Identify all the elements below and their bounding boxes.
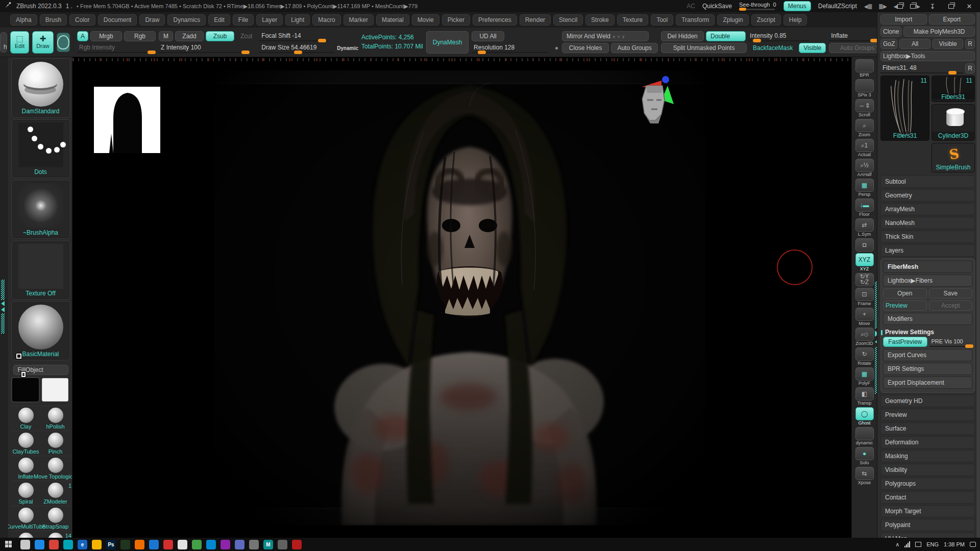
menu-item[interactable]: Color: [69, 14, 95, 26]
ud-all-button[interactable]: UD All: [472, 31, 504, 41]
quick-brush-left[interactable]: Clay: [12, 408, 40, 430]
del-hidden-button[interactable]: Del Hidden: [661, 31, 704, 41]
palette-section[interactable]: Subtool: [880, 176, 975, 188]
palette-section[interactable]: Polypaint: [880, 519, 975, 531]
goz-r-button[interactable]: R: [965, 39, 975, 49]
quick-brush-left[interactable]: ClayTubes: [12, 433, 40, 455]
palette-section[interactable]: ArrayMesh: [880, 203, 975, 215]
make-polymesh3d-button[interactable]: Make PolyMesh3D: [903, 27, 975, 37]
rgb-intensity-slider[interactable]: Rgb Intensity: [77, 43, 154, 53]
rgb-button[interactable]: Rgb: [124, 31, 156, 41]
quick-brush-left[interactable]: IMM Primitives: [12, 533, 40, 538]
clock[interactable]: 1:38 PM: [944, 541, 965, 547]
hue-cursor[interactable]: [21, 372, 26, 377]
taskbar-app-icon[interactable]: M: [263, 540, 273, 549]
secondary-color-swatch[interactable]: [42, 378, 68, 402]
menu-item[interactable]: Document: [98, 14, 137, 26]
restore-button[interactable]: [945, 3, 957, 10]
menus-button[interactable]: Menus: [783, 1, 811, 11]
export-displacement-section[interactable]: Export Displacement: [883, 377, 972, 389]
current-brush-button[interactable]: DamStandard: [12, 59, 69, 117]
palette-section[interactable]: NanoMesh: [880, 217, 975, 229]
current-stroke-button[interactable]: Dots: [12, 120, 69, 178]
auto-groups-button[interactable]: Auto Groups: [611, 43, 658, 53]
quick-brush-right[interactable]: Move Topological: [41, 458, 69, 480]
export-curves-section[interactable]: Export Curves: [883, 349, 972, 361]
taskbar-app-icon[interactable]: [49, 540, 59, 549]
tool-import-button[interactable]: Import: [880, 14, 927, 24]
panels-right-icon[interactable]: ▶: [910, 4, 920, 9]
palette-section[interactable]: Deformation: [880, 436, 975, 448]
tool-r-button[interactable]: R: [965, 63, 975, 73]
right-shelf-button[interactable]: ◘: [853, 238, 876, 252]
visible-button[interactable]: Visible: [799, 43, 826, 53]
right-shelf-button[interactable]: ▦ PolyF: [853, 367, 876, 386]
right-shelf-button[interactable]: SPix 3: [853, 79, 876, 97]
tray-expand-icon[interactable]: ∧: [895, 541, 899, 548]
right-shelf-button[interactable]: dynamic: [853, 427, 876, 445]
right-shelf-button[interactable]: ⌕ Zoom: [853, 119, 876, 137]
left-divider-handle[interactable]: [1, 280, 5, 334]
right-shelf-button[interactable]: ⇄ L.Sym: [853, 218, 876, 237]
menu-item[interactable]: Preferences: [473, 14, 517, 26]
right-shelf-button[interactable]: + Move: [853, 308, 876, 326]
zcut-button[interactable]: Zcut: [236, 32, 256, 41]
right-shelf-button[interactable]: ▦ Persp: [853, 179, 876, 197]
quick-brush-right[interactable]: hPolish: [41, 408, 69, 430]
taskbar-app-icon[interactable]: [135, 540, 144, 549]
backface-mask-button[interactable]: BackfaceMask: [749, 43, 797, 53]
right-shelf-button[interactable]: ⇔⇕ Scroll: [853, 99, 876, 117]
taskbar-app-icon[interactable]: [292, 540, 302, 549]
canvas[interactable]: [72, 57, 851, 538]
menu-item[interactable]: Layer: [256, 14, 283, 26]
focal-shift-slider[interactable]: Focal Shift -14: [259, 31, 329, 41]
minimize-button[interactable]: ↧: [927, 3, 938, 10]
menu-item[interactable]: Transform: [676, 14, 715, 26]
right-shelf-button[interactable]: ● Solo: [853, 447, 876, 465]
menu-item[interactable]: Movie: [412, 14, 439, 26]
right-shelf-button[interactable]: ⌕1 Actual: [853, 139, 876, 157]
palette-section[interactable]: Geometry: [880, 189, 975, 202]
active-tool-slider[interactable]: Fibers31. 48: [880, 63, 963, 73]
resolution-radio[interactable]: [554, 46, 559, 51]
see-through-slider[interactable]: See-through 0: [739, 2, 776, 10]
fibers-preview-button[interactable]: Preview: [883, 300, 927, 311]
menu-item[interactable]: Brush: [40, 14, 67, 26]
taskbar-app-icon[interactable]: [120, 540, 130, 549]
fast-preview-button[interactable]: FastPreview: [883, 337, 927, 347]
close-button[interactable]: ✕: [964, 3, 975, 10]
tool-export-button[interactable]: Export: [929, 14, 975, 24]
start-button[interactable]: [0, 538, 17, 551]
draw-size-slider[interactable]: Draw Size 54.46619: [259, 43, 335, 53]
quicksave-button[interactable]: QuickSave: [702, 3, 732, 10]
palette-section[interactable]: Masking: [880, 450, 975, 462]
quick-brush-left[interactable]: CurveMultiTube: [12, 508, 40, 530]
menu-item[interactable]: Zplugin: [717, 14, 748, 26]
modifiers-section[interactable]: Modifiers: [883, 313, 972, 325]
palette-section[interactable]: Polygroups: [880, 478, 975, 490]
zadd-button[interactable]: Zadd: [175, 31, 204, 41]
palette-section[interactable]: Thick Skin: [880, 231, 975, 243]
goz-visible-button[interactable]: Visible: [933, 39, 964, 49]
menu-item[interactable]: Marker: [344, 14, 374, 26]
right-shelf-button[interactable]: ↓▬ Floor: [853, 198, 876, 217]
taskbar-app-icon[interactable]: [235, 540, 244, 549]
fibers-open-button[interactable]: Open: [883, 288, 927, 298]
taskbar-app-icon[interactable]: [63, 540, 73, 549]
right-shelf-button[interactable]: ⌕½ AAHalf: [853, 159, 876, 177]
subtool-item[interactable]: 11 Fibers31: [932, 76, 975, 102]
goz-button[interactable]: GoZ: [880, 39, 897, 49]
palette-section[interactable]: Geometry HD: [880, 395, 975, 407]
menu-item[interactable]: Texture: [617, 14, 648, 26]
menu-item[interactable]: Alpha: [10, 14, 37, 26]
palette-section[interactable]: Morph Target: [880, 505, 975, 517]
menu-item[interactable]: File: [233, 14, 254, 26]
double-button[interactable]: Double: [706, 31, 746, 41]
taskbar-app-icon[interactable]: [192, 540, 202, 549]
quick-brush-left[interactable]: Spiral: [12, 483, 40, 505]
divider-bars-left-icon[interactable]: ◀ ||||: [864, 4, 872, 9]
clone-button[interactable]: Clone: [880, 27, 901, 37]
menu-item[interactable]: Stroke: [585, 14, 615, 26]
taskbar-app-icon[interactable]: [35, 540, 44, 549]
camview-widget[interactable]: [632, 71, 693, 128]
